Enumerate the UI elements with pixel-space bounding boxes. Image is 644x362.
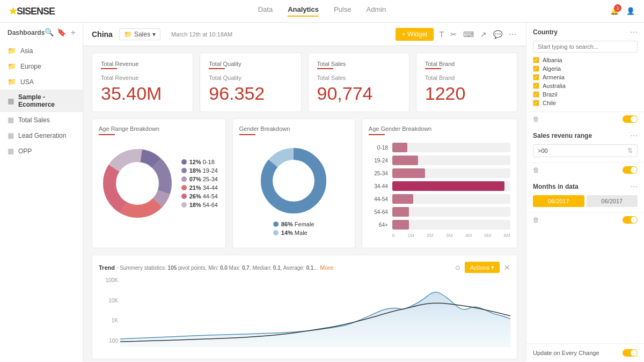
more-icon[interactable]: ⋯ [508, 29, 517, 40]
nav-tabs: Data Analytics Pulse Admin [258, 5, 386, 17]
month-start-button[interactable]: 06/2017 [533, 195, 584, 207]
trend-y-axis: 100K 10K 1K 100 [99, 277, 118, 344]
kpi-title: Total Sales [317, 75, 400, 81]
sidebar-actions: 🔍 🔖 ＋ [45, 28, 77, 38]
bar-row: 34-44 [369, 181, 510, 191]
age-range-legend: 12% 0-18 18% 19-24 07% 25-34 [181, 159, 218, 208]
trend-card: Trend · Summery statistics: 105 pivot po… [92, 255, 517, 359]
country-item-chile: ✓ Chile [533, 100, 638, 106]
copy-icon[interactable]: ⊙ [455, 264, 460, 271]
checkbox-albania[interactable]: ✓ [533, 57, 539, 63]
legend-item: 21% 34-44 [181, 184, 218, 191]
search-icon[interactable]: 🔍 [45, 28, 54, 38]
bar-row: 64+ [369, 220, 510, 230]
months-filter-actions: 🗑 [526, 213, 644, 227]
gender-donut-svg [259, 146, 328, 216]
sidebar-item-lead-generation[interactable]: ▦ Lead Generation [0, 128, 83, 143]
actions-button[interactable]: Actions ▾ [465, 262, 500, 273]
kpi-value: 1220 [425, 83, 508, 104]
tab-admin[interactable]: Admin [366, 5, 386, 17]
dashboard: Total Revenue Total Revenue 35.40M Total… [83, 46, 526, 362]
user-icon[interactable]: 👤 [626, 6, 635, 16]
comment-icon[interactable]: 💬 [492, 29, 503, 40]
sidebar-item-sample-ecommerce[interactable]: ▦ Sample - Ecommerce [0, 90, 83, 112]
age-range-chart: 12% 0-18 18% 19-24 07% 25-34 [99, 141, 219, 226]
country-filter-more[interactable]: ⋯ [630, 28, 638, 36]
trash-icon[interactable]: 🗑 [533, 216, 539, 224]
sidebar-item-usa[interactable]: 📁 USA [0, 74, 83, 90]
sidebar-item-opp[interactable]: ▦ OPP [0, 143, 83, 159]
sales-range-more[interactable]: ⋯ [630, 131, 638, 140]
legend-item: 86% Female [273, 221, 314, 227]
legend-dot [181, 168, 187, 173]
folder-selector[interactable]: 📁 Sales ▾ [119, 28, 160, 40]
share-icon[interactable]: ↗ [479, 29, 488, 40]
months-filter-more[interactable]: ⋯ [630, 182, 638, 191]
legend-dot [273, 221, 279, 227]
country-search-input[interactable] [533, 41, 638, 53]
tab-data[interactable]: Data [258, 5, 273, 17]
sales-range-input[interactable]: >00 ⇅ [533, 144, 638, 157]
checkbox-armenia[interactable]: ✓ [533, 74, 539, 80]
scissors-icon[interactable]: ✂ [449, 29, 458, 40]
close-trend-button[interactable]: ✕ [504, 263, 510, 272]
sales-range-toggle[interactable] [623, 166, 638, 174]
tab-pulse[interactable]: Pulse [334, 5, 352, 17]
kpi-label: Total Quality [209, 61, 292, 67]
bar-row: 0-18 [369, 143, 510, 152]
country-filter-title: Country [533, 28, 558, 36]
sidebar-item-total-sales[interactable]: ▦ Total Sales [0, 112, 83, 128]
svg-point-10 [274, 161, 313, 200]
country-list: ✓ Albania ✓ Algeria ✓ Armenia ✓ Australi… [533, 57, 638, 106]
sidebar-item-asia[interactable]: 📁 Asia [0, 43, 83, 58]
trend-more[interactable]: More [320, 264, 333, 271]
months-filter-toggle[interactable] [623, 216, 638, 224]
chevron-down-icon: ▾ [491, 264, 494, 271]
stepper-icon[interactable]: ⇅ [627, 147, 633, 154]
country-filter-toggle[interactable] [623, 115, 638, 123]
legend-dot [181, 185, 187, 190]
country-item-australia: ✓ Australia [533, 83, 638, 89]
kpi-value: 90,774 [317, 83, 400, 104]
text-icon[interactable]: T [438, 29, 445, 40]
month-end-button[interactable]: 06/2017 [587, 195, 638, 207]
sidebar: Dashboards 🔍 🔖 ＋ 📁 Asia 📁 Europe 📁 USA ▦… [0, 23, 83, 362]
date-label: March 12th at 10:18AM [171, 31, 232, 38]
checkbox-algeria[interactable]: ✓ [533, 65, 539, 72]
bar-row: 19-24 [369, 156, 510, 165]
bar-row: 54-64 [369, 207, 510, 217]
checkbox-australia[interactable]: ✓ [533, 83, 539, 89]
kpi-label: Total Brand [425, 61, 508, 67]
month-inputs: 06/2017 06/2017 [533, 195, 638, 207]
age-donut-svg [100, 146, 175, 221]
page-title: China [92, 30, 113, 39]
legend-dot [181, 194, 187, 199]
gender-card: Gender Breakdown 86% Female [232, 119, 355, 248]
trash-icon[interactable]: 🗑 [533, 115, 539, 123]
country-item-brazil: ✓ Brazil [533, 91, 638, 98]
legend-item: 18% 54-64 [181, 202, 218, 208]
sidebar-item-europe[interactable]: 📁 Europe [0, 58, 83, 74]
update-toggle[interactable] [623, 349, 638, 357]
trash-icon[interactable]: 🗑 [533, 166, 539, 174]
keyboard-icon[interactable]: ⌨ [462, 29, 475, 40]
tab-analytics[interactable]: Analytics [288, 5, 319, 17]
legend-dot [181, 176, 187, 182]
checkbox-brazil[interactable]: ✓ [533, 91, 539, 98]
country-item-albania: ✓ Albania [533, 57, 638, 63]
update-label: Update on Every Change [533, 350, 599, 356]
bell-icon[interactable]: 🔔 1 [610, 6, 619, 16]
trend-title: Trend · Summery statistics: 105 pivot po… [99, 263, 333, 271]
months-filter-header: Months in data ⋯ [533, 182, 638, 191]
kpi-total-sales: Total Sales Total Sales 90,774 [308, 53, 409, 112]
add-icon[interactable]: ＋ [69, 28, 77, 38]
legend-dot [273, 230, 279, 235]
kpi-underline [317, 68, 333, 69]
add-widget-button[interactable]: + Widget [396, 28, 434, 41]
country-item-algeria: ✓ Algeria [533, 65, 638, 72]
bookmark-icon[interactable]: 🔖 [57, 28, 66, 38]
top-nav: ★SISENSE Data Analytics Pulse Admin 🔔 1 … [0, 0, 644, 23]
checkbox-chile[interactable]: ✓ [533, 100, 539, 106]
age-gender-card: Age Gender Breakdown 0-18 19-24 25-34 [362, 119, 517, 248]
notification-badge: 1 [614, 4, 621, 12]
